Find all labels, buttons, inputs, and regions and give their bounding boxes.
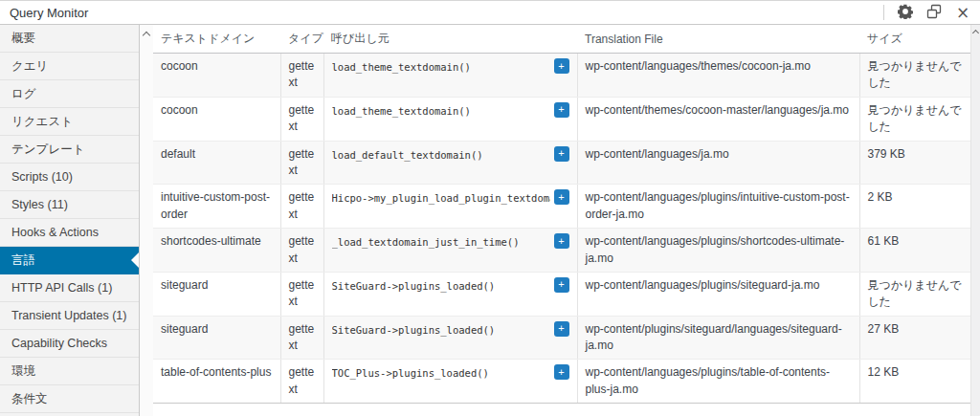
sidebar-item-label: リクエスト <box>11 114 73 130</box>
sidebar-item-http-api-calls[interactable]: HTTP API Calls (1) <box>0 274 139 302</box>
caller-expand-button[interactable]: + <box>554 189 569 205</box>
content-scrollbar[interactable] <box>970 25 980 416</box>
cell-caller: load_default_textdomain() + <box>323 141 577 185</box>
cell-text-domain: cocoon <box>153 54 280 98</box>
cell-translation-file: wp-content/languages/plugins/intuitive-c… <box>577 185 859 229</box>
cell-size: 2 KB <box>859 185 970 229</box>
sidebar-item-label: 条件文 <box>11 391 48 407</box>
panel-position-button[interactable] <box>924 3 944 22</box>
sidebar-item-label: Hooks & Actions <box>11 226 99 239</box>
column-header-type: タイプ <box>280 25 323 54</box>
cell-caller: TOC_Plus->plugins_loaded() + <box>323 360 577 404</box>
caller-function: _load_textdomain_just_in_time() <box>332 233 550 250</box>
caller-function: load_theme_textdomain() <box>332 58 550 75</box>
sidebar-item-label: HTTP API Calls (1) <box>11 281 112 295</box>
table-row: shortcodes-ultimate gettext _load_textdo… <box>153 229 970 273</box>
gear-icon <box>898 4 913 22</box>
sidebar-item-conditionals[interactable]: 条件文 <box>0 385 139 413</box>
sidebar-item-languages[interactable]: 言語 <box>0 247 139 274</box>
app-title: Query Monitor <box>10 6 88 20</box>
column-header-translation-file: Translation File <box>577 25 859 54</box>
scroll-up-icon <box>143 32 150 39</box>
cell-translation-file: wp-content/languages/plugins/shortcodes-… <box>577 229 859 273</box>
caller-expand-button[interactable]: + <box>554 364 569 380</box>
column-header-size: サイズ <box>859 25 970 54</box>
panel-body: 概要 クエリ ログ リクエスト テンプレート Scripts (10) Styl… <box>0 25 980 416</box>
languages-panel: テキストドメイン タイプ 呼び出し元 Translation File サイズ … <box>153 25 970 416</box>
cell-type: gettext <box>280 272 323 316</box>
cell-size: 27 KB <box>859 316 970 360</box>
menu-scrollbar[interactable] <box>140 25 153 416</box>
cell-size: 12 KB <box>859 360 970 404</box>
cell-type: gettext <box>280 229 323 273</box>
cell-text-domain: table-of-contents-plus <box>153 360 280 404</box>
divider <box>883 5 884 20</box>
sidebar-item-label: Scripts (10) <box>11 170 73 184</box>
cell-translation-file: wp-content/plugins/siteguard/languages/s… <box>577 316 859 360</box>
cell-text-domain: shortcodes-ultimate <box>153 229 280 273</box>
cell-text-domain: intuitive-custom-post-order <box>153 185 280 229</box>
caller-function: SiteGuard->plugins_loaded() <box>332 277 550 294</box>
cell-size: 379 KB <box>859 141 970 185</box>
sidebar-item-styles[interactable]: Styles (11) <box>0 191 139 219</box>
sidebar-item-overview[interactable]: 概要 <box>0 25 139 53</box>
sidebar-item-queries[interactable]: クエリ <box>0 53 139 80</box>
cell-text-domain: siteguard <box>153 316 280 360</box>
cell-text-domain: siteguard <box>153 272 280 316</box>
sidebar-item-capability-checks[interactable]: Capability Checks <box>0 330 139 358</box>
cell-size: 見つかりませんでした <box>859 97 970 141</box>
column-header-caller: 呼び出し元 <box>323 25 577 54</box>
sidebar-item-label: Transient Updates (1) <box>11 309 126 322</box>
caller-function: load_theme_textdomain() <box>332 102 550 119</box>
close-button[interactable]: × <box>953 3 972 22</box>
cell-type: gettext <box>280 316 323 360</box>
caller-function: Hicpo->my_plugin_load_plugin_textdomain(… <box>332 189 550 206</box>
cell-text-domain: cocoon <box>153 97 280 141</box>
sidebar-item-label: 言語 <box>11 252 35 269</box>
caller-expand-button[interactable]: + <box>554 277 569 293</box>
sidebar-item-label: 概要 <box>11 31 35 47</box>
sidebar-item-template[interactable]: テンプレート <box>0 136 139 164</box>
caller-expand-button[interactable]: + <box>554 321 569 337</box>
cell-type: gettext <box>280 360 323 404</box>
header-actions: × <box>883 1 972 24</box>
table-row: intuitive-custom-post-order gettext Hicp… <box>153 185 970 229</box>
cell-caller: SiteGuard->plugins_loaded() + <box>323 316 577 360</box>
cell-type: gettext <box>280 54 323 98</box>
languages-table: テキストドメイン タイプ 呼び出し元 Translation File サイズ … <box>153 25 970 404</box>
cell-caller: load_theme_textdomain() + <box>323 54 577 98</box>
header-bar: Query Monitor × <box>0 1 980 25</box>
cell-translation-file: wp-content/languages/ja.mo <box>577 141 859 185</box>
sidebar-item-hooks-actions[interactable]: Hooks & Actions <box>0 219 139 247</box>
sidebar-item-label: ログ <box>11 86 36 102</box>
sidebar-item-transient-updates[interactable]: Transient Updates (1) <box>0 302 139 330</box>
caller-expand-button[interactable]: + <box>554 146 569 162</box>
sidebar-item-label: テンプレート <box>11 142 84 158</box>
sidebar-item-label: Capability Checks <box>11 337 107 350</box>
caller-expand-button[interactable]: + <box>554 58 569 74</box>
cell-size: 見つかりませんでした <box>859 54 970 98</box>
cell-type: gettext <box>280 141 323 185</box>
panel-position-icon <box>926 4 942 22</box>
sidebar-item-logs[interactable]: ログ <box>0 80 139 108</box>
sidebar-item-environment[interactable]: 環境 <box>0 358 139 385</box>
query-monitor-panel: Query Monitor × <box>0 0 980 416</box>
caller-expand-button[interactable]: + <box>554 102 569 118</box>
sidebar-item-request[interactable]: リクエスト <box>0 108 139 136</box>
close-icon: × <box>956 5 969 21</box>
caller-expand-button[interactable]: + <box>554 233 569 249</box>
settings-button[interactable] <box>896 3 915 22</box>
cell-size: 見つかりませんでした <box>859 272 970 316</box>
table-row: siteguard gettext SiteGuard->plugins_loa… <box>153 316 970 360</box>
sidebar-item-label: Styles (11) <box>11 198 68 211</box>
sidebar-item-scripts[interactable]: Scripts (10) <box>0 164 139 191</box>
table-body: cocoon gettext load_theme_textdomain() +… <box>153 54 970 404</box>
cell-caller: load_theme_textdomain() + <box>323 97 577 141</box>
cell-type: gettext <box>280 97 323 141</box>
sidebar: 概要 クエリ ログ リクエスト テンプレート Scripts (10) Styl… <box>0 25 140 416</box>
sidebar-item-label: 環境 <box>11 363 35 380</box>
cell-caller: _load_textdomain_just_in_time() + <box>323 229 577 273</box>
caller-function: SiteGuard->plugins_loaded() <box>332 321 550 338</box>
caller-function: load_default_textdomain() <box>332 146 550 163</box>
cell-caller: SiteGuard->plugins_loaded() + <box>323 272 577 316</box>
